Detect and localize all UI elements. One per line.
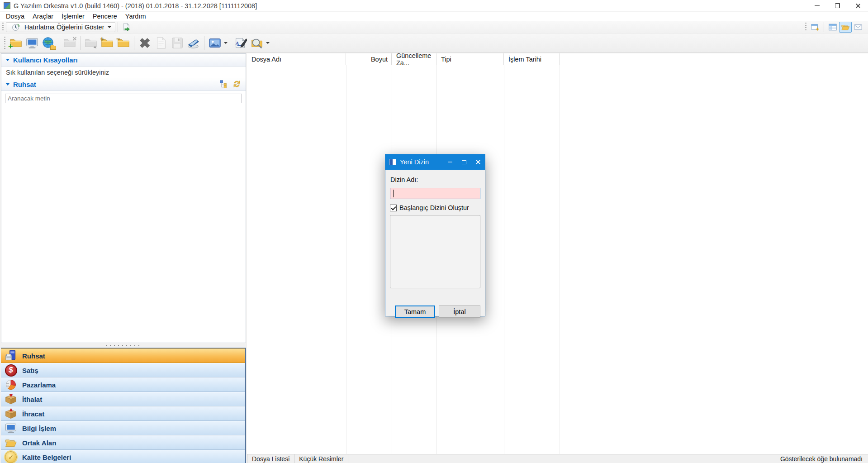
scanner-icon[interactable] (185, 35, 202, 51)
nav-item-ihracat[interactable]: İhracat (1, 406, 245, 421)
close-icon (475, 159, 481, 165)
tab-kucuk-resimler[interactable]: Küçük Resimler (294, 454, 348, 463)
text-caret (393, 190, 394, 197)
dialog-buttons: Tamam İptal (385, 305, 485, 318)
tree-view-icon[interactable] (219, 80, 228, 90)
nav-label: Ortak Alan (22, 439, 56, 447)
window-title: G Yazılım Orkestra v1.0 (build 1460) - (… (14, 2, 257, 10)
dialog-maximize-button[interactable] (457, 154, 471, 170)
move-out-folder-icon[interactable] (115, 35, 132, 51)
column-separator (560, 65, 560, 454)
dialog-close-button[interactable] (471, 154, 485, 170)
dialog-empty-listbox[interactable] (390, 215, 480, 288)
column-dosya-adi[interactable]: Dosya Adı (247, 53, 346, 65)
restore-button[interactable] (827, 0, 848, 11)
minimize-button[interactable] (807, 0, 827, 11)
nav-item-ortak-alan[interactable]: Ortak Alan (1, 435, 245, 450)
import-box-icon (3, 392, 19, 406)
signature-document-icon[interactable] (232, 35, 249, 51)
maximize-icon (462, 160, 466, 164)
nav-item-kalite-belgeleri[interactable]: Kalite Belgeleri (1, 450, 245, 463)
baslangic-dizini-checkbox-row[interactable]: Başlangıç Dizini Oluştur (390, 204, 469, 211)
reminder-dropdown-button[interactable]: Hatırlatma Öğelerini Göster (6, 22, 115, 32)
minimize-icon (448, 162, 452, 162)
nav-item-pazarlama[interactable]: Pazarlama (1, 377, 245, 392)
nav-label: Ruhsat (22, 352, 45, 360)
shortcuts-title: Kullanıcı Kısayolları (13, 56, 78, 64)
shortcuts-header[interactable]: Kullanıcı Kısayolları (1, 54, 246, 67)
column-boyut[interactable]: Boyut (346, 53, 392, 65)
checkbox-checked-icon[interactable] (390, 205, 397, 211)
menu-dosya[interactable]: Dosya (2, 13, 28, 20)
toolbar-separator (824, 22, 824, 32)
chevron-down-icon[interactable] (224, 42, 228, 44)
toolbar-row-1: Hatırlatma Öğelerini Göster (0, 21, 868, 33)
window-titlebar: G Yazılım Orkestra v1.0 (build 1460) - (… (0, 0, 868, 12)
toolbar-separator (204, 36, 204, 50)
dialog-body: Dizin Adı: Başlangıç Dizini Oluştur Tama… (385, 170, 485, 317)
refresh-icon[interactable] (232, 80, 241, 90)
image-tools-icon[interactable] (207, 35, 223, 51)
search-folder-icon[interactable] (249, 35, 265, 51)
menu-pencere[interactable]: Pencere (89, 13, 121, 20)
save-icon[interactable] (169, 35, 185, 51)
computer-folder-icon[interactable] (24, 35, 40, 51)
nav-item-ruhsat[interactable]: Ruhsat (1, 348, 245, 363)
select-folder-icon[interactable] (83, 35, 99, 51)
nav-item-bilgi-islem[interactable]: Bilgi İşlem (1, 421, 245, 435)
splitter-dots-icon (106, 345, 141, 346)
pie-chart-icon (3, 378, 19, 391)
menu-yardim[interactable]: Yardım (121, 13, 150, 20)
menu-araclar[interactable]: Araçlar (28, 13, 57, 20)
close-button[interactable] (848, 0, 868, 11)
new-window-icon[interactable] (809, 22, 821, 33)
chevron-down-icon (108, 26, 111, 28)
dizin-adi-field-wrap (390, 188, 480, 199)
new-folder-icon[interactable] (8, 35, 24, 51)
tab-dosya-listesi[interactable]: Dosya Listesi (247, 454, 294, 463)
dizin-adi-input[interactable] (390, 188, 480, 199)
column-tipi[interactable]: Tipi (436, 53, 504, 65)
tamam-button[interactable]: Tamam (395, 305, 435, 318)
file-list-header: Dosya Adı Boyut Güncelleme Za... Tipi İş… (247, 53, 868, 65)
open-folder-view-icon[interactable] (839, 22, 852, 33)
iptal-button[interactable]: İptal (439, 305, 480, 318)
delete-x-icon[interactable] (137, 35, 153, 51)
dizin-adi-label: Dizin Adı: (390, 176, 418, 183)
nav-label: İhracat (22, 410, 44, 418)
ruhsat-panel-header[interactable]: Ruhsat (1, 78, 246, 91)
export-box-icon (3, 407, 19, 420)
toolbar-grip[interactable] (2, 23, 4, 32)
checkbox-label: Başlangıç Dizini Oluştur (399, 204, 469, 211)
dialog-title: Yeni Dizin (400, 158, 429, 166)
reminder-label: Hatırlatma Öğelerini Göster (24, 24, 104, 31)
column-islem-tarihi[interactable]: İşlem Tarihi (504, 53, 560, 65)
toolbar-grip[interactable] (4, 37, 5, 49)
app-icon (4, 2, 10, 9)
dialog-minimize-button[interactable] (443, 154, 457, 170)
toolbar-separator (59, 36, 59, 50)
toolbar-grip[interactable] (805, 23, 806, 32)
nav-item-ithalat[interactable]: İthalat (1, 392, 245, 406)
column-guncelleme[interactable]: Güncelleme Za... (392, 53, 436, 65)
search-input[interactable] (5, 94, 242, 103)
refresh-document-icon[interactable] (153, 35, 169, 51)
move-into-folder-icon[interactable] (99, 35, 115, 51)
search-area (1, 91, 246, 106)
restore-icon (835, 3, 840, 8)
mail-view-icon[interactable] (852, 22, 864, 33)
chevron-down-icon[interactable] (266, 42, 270, 44)
file-list-area: Dosya Adı Boyut Güncelleme Za... Tipi İş… (247, 53, 868, 454)
delete-folder-icon[interactable] (62, 35, 78, 51)
details-view-icon[interactable] (826, 22, 839, 33)
view-toolbar (803, 22, 868, 33)
splitter-handle[interactable] (1, 343, 246, 348)
nav-item-satis[interactable]: Satış (1, 363, 245, 377)
web-folder-icon[interactable] (40, 35, 57, 51)
toolbar-separator (230, 36, 230, 50)
sidebar-panel: Kullanıcı Kısayolları Sık kullanılan seç… (1, 53, 246, 343)
menu-islemler[interactable]: İşlemler (57, 13, 89, 20)
reminder-clock-icon (10, 22, 22, 33)
column-separator (346, 65, 346, 454)
export-document-icon[interactable] (120, 22, 132, 33)
